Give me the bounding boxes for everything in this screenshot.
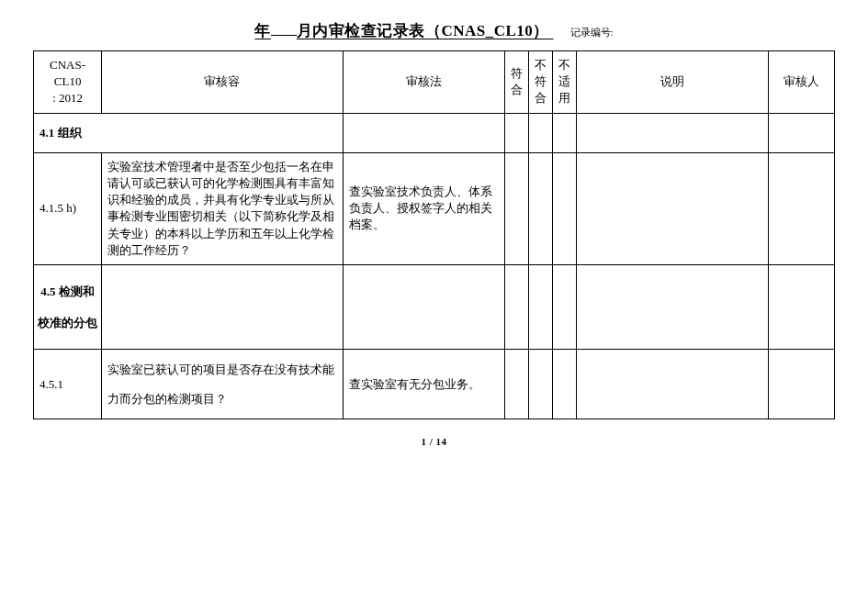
empty-cell: [768, 264, 834, 350]
header-na: 不适用: [553, 51, 577, 114]
auditor-cell: [768, 350, 834, 419]
note-cell: [577, 152, 768, 264]
header-standard-line2: : 2012: [39, 90, 96, 106]
empty-cell: [529, 113, 553, 152]
empty-cell: [102, 264, 344, 350]
header-note: 说明: [577, 51, 768, 114]
auditor-cell: [768, 152, 834, 264]
section-row-4-1: 4.1 组织: [34, 113, 835, 152]
section-label: 4.5 检测和校准的分包: [34, 264, 102, 350]
title-suffix: 月内审检查记录表（CNAS_CL10）: [297, 22, 549, 39]
empty-cell: [343, 113, 504, 152]
na-cell: [553, 152, 577, 264]
na-cell: [553, 350, 577, 419]
section-row-4-5: 4.5 检测和校准的分包: [34, 264, 835, 350]
table-row: 4.1.5 h) 实验室技术管理者中是否至少包括一名在申请认可或已获认可的化学检…: [34, 152, 835, 264]
header-standard-line1: CNAS-CL10: [39, 57, 96, 90]
nonconform-cell: [529, 350, 553, 419]
method-cell: 查实验室有无分包业务。: [343, 350, 504, 419]
empty-cell: [343, 264, 504, 350]
empty-cell: [768, 113, 834, 152]
content-cell: 实验室已获认可的项目是否存在没有技术能力而分包的检测项目？: [102, 350, 344, 419]
header-method: 审核法: [343, 51, 504, 114]
header-nonconform: 不符合: [529, 51, 553, 114]
empty-cell: [529, 264, 553, 350]
empty-cell: [577, 113, 768, 152]
empty-cell: [577, 264, 768, 350]
table-header-row: CNAS-CL10 : 2012 审核容 审核法 符合 不符合 不适用 说明 审…: [34, 51, 835, 114]
empty-cell: [553, 113, 577, 152]
empty-cell: [505, 264, 529, 350]
empty-cell: [505, 113, 529, 152]
note-cell: [577, 350, 768, 419]
page-title: 年月内审检查记录表（CNAS_CL10）: [254, 22, 553, 39]
page-footer: 1 / 14: [33, 436, 835, 447]
header-conform: 符合: [505, 51, 529, 114]
clause-cell: 4.1.5 h): [34, 152, 102, 264]
conform-cell: [505, 350, 529, 419]
empty-cell: [553, 264, 577, 350]
header-auditor: 审核人: [768, 51, 834, 114]
method-cell: 查实验室技术负责人、体系负责人、授权签字人的相关档案。: [343, 152, 504, 264]
audit-table: CNAS-CL10 : 2012 审核容 审核法 符合 不符合 不适用 说明 审…: [33, 50, 835, 419]
table-row: 4.5.1 实验室已获认可的项目是否存在没有技术能力而分包的检测项目？ 查实验室…: [34, 350, 835, 419]
title-row: 年月内审检查记录表（CNAS_CL10） 记录编号:: [33, 20, 835, 41]
title-prefix: 年: [254, 22, 271, 39]
header-standard: CNAS-CL10 : 2012: [34, 51, 102, 114]
clause-cell: 4.5.1: [34, 350, 102, 419]
record-number-label: 记录编号:: [570, 27, 614, 38]
conform-cell: [505, 152, 529, 264]
nonconform-cell: [529, 152, 553, 264]
content-cell: 实验室技术管理者中是否至少包括一名在申请认可或已获认可的化学检测围具有丰富知识和…: [102, 152, 344, 264]
title-blank: [271, 35, 297, 36]
section-label: 4.1 组织: [34, 113, 344, 152]
header-content: 审核容: [102, 51, 344, 114]
